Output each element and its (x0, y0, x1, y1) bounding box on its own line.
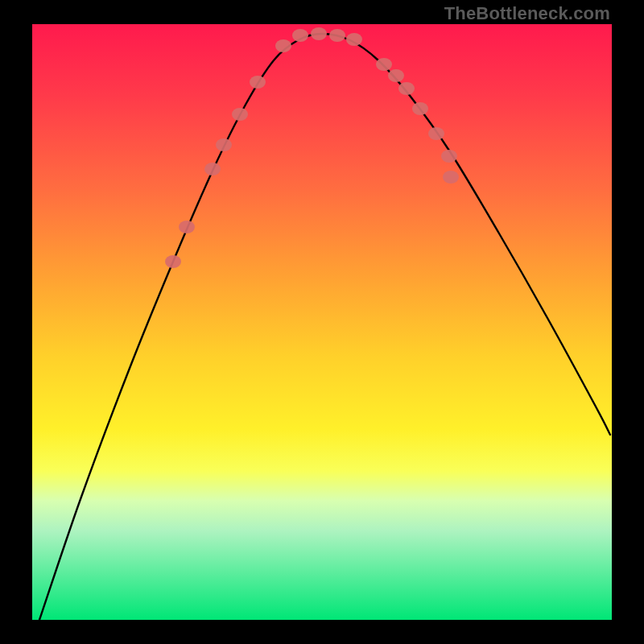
scatter-markers (165, 27, 459, 268)
marker-dot (388, 69, 404, 82)
chart-frame: TheBottleneck.com (0, 0, 644, 644)
marker-dot (441, 150, 457, 163)
marker-dot (412, 102, 428, 115)
marker-dot (311, 27, 327, 40)
marker-dot (292, 29, 308, 42)
marker-dot (398, 82, 415, 95)
marker-dot (250, 76, 266, 89)
marker-dot (443, 171, 459, 184)
marker-dot (165, 255, 181, 268)
marker-dot (346, 33, 362, 46)
plot-area (32, 24, 612, 620)
marker-dot (329, 29, 345, 42)
marker-dot (179, 221, 195, 233)
marker-dot (275, 39, 291, 52)
marker-dot (376, 58, 392, 71)
watermark-text: TheBottleneck.com (444, 3, 610, 24)
marker-dot (204, 163, 221, 175)
marker-dot (428, 127, 444, 140)
chart-svg (32, 24, 612, 620)
bottleneck-curve (39, 34, 610, 620)
marker-dot (232, 108, 248, 121)
marker-dot (216, 138, 232, 151)
